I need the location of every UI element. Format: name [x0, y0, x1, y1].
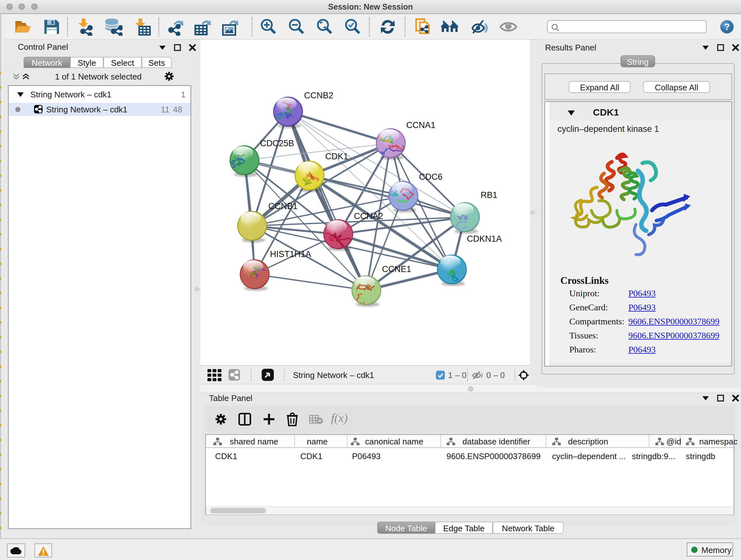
svg-text:CDC25B: CDC25B	[260, 138, 294, 148]
svg-text:RB1: RB1	[481, 190, 497, 200]
svg-text:CDKN1A: CDKN1A	[467, 234, 502, 244]
svg-text:HIST1H1A: HIST1H1A	[270, 249, 311, 259]
svg-text:?: ?	[724, 21, 730, 32]
svg-text:CCNA1: CCNA1	[406, 120, 435, 130]
svg-text:CCNE1: CCNE1	[382, 264, 411, 274]
svg-text:CCNB1: CCNB1	[268, 201, 298, 211]
svg-text:CCNA2: CCNA2	[354, 211, 383, 221]
svg-text:CCNB2: CCNB2	[304, 91, 333, 100]
svg-text:CDK1: CDK1	[325, 152, 348, 161]
svg-text:CDC6: CDC6	[419, 172, 443, 182]
